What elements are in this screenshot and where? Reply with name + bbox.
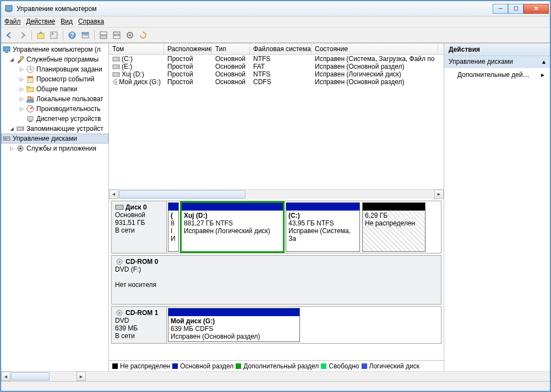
partition[interactable]: 6,29 ГБНе распределен bbox=[362, 202, 425, 252]
minimize-button[interactable]: ─ bbox=[493, 4, 508, 14]
volume-row[interactable]: (E:)ПростойОсновнойFATИсправен (Основной… bbox=[109, 63, 444, 70]
menu-help[interactable]: Справка bbox=[78, 18, 104, 26]
tree-scheduler[interactable]: ▷ Планировщик задани bbox=[1, 64, 108, 74]
partition[interactable]: Xuj (D:)881,27 ГБ NTFSИсправен (Логическ… bbox=[180, 201, 285, 253]
view-icon[interactable] bbox=[79, 29, 91, 41]
back-button[interactable] bbox=[3, 29, 15, 41]
tree-shares[interactable]: ▷ Общие папки bbox=[1, 84, 108, 94]
svg-rect-22 bbox=[27, 86, 30, 88]
svg-rect-9 bbox=[100, 32, 107, 35]
actions-more[interactable]: Дополнительные дей… ▸ bbox=[444, 68, 550, 82]
col-layout[interactable]: Расположение bbox=[164, 43, 212, 54]
volume-row[interactable]: Xuj (D:)ПростойОсновнойNTFSИсправен (Лог… bbox=[109, 70, 444, 78]
volume-row[interactable]: Мой диск (G:)ПростойОсновнойCDFSИсправен… bbox=[109, 78, 444, 86]
svg-point-14 bbox=[129, 34, 131, 36]
svg-point-17 bbox=[20, 56, 24, 59]
chevron-right-icon: ▸ bbox=[541, 71, 544, 79]
close-button[interactable]: ✕ bbox=[523, 4, 549, 14]
tree-sys-tools[interactable]: ◢ Служебные программы bbox=[1, 54, 108, 64]
list-top-icon[interactable] bbox=[97, 29, 110, 41]
disk-icon bbox=[2, 134, 11, 143]
svg-rect-11 bbox=[113, 32, 120, 35]
expand-icon[interactable]: ▷ bbox=[19, 86, 25, 92]
collapse-icon[interactable]: ◢ bbox=[9, 126, 15, 131]
expand-icon[interactable]: ▷ bbox=[19, 67, 25, 72]
expand-icon[interactable]: ▷ bbox=[19, 106, 25, 112]
disk-row[interactable]: CD-ROM 0 DVD (F:) Нет носителя bbox=[111, 255, 441, 305]
tools-icon bbox=[16, 55, 25, 64]
forward-button[interactable] bbox=[17, 29, 29, 41]
svg-point-38 bbox=[117, 67, 118, 68]
svg-rect-37 bbox=[113, 65, 119, 69]
tree-users[interactable]: ▷ Локальные пользоват bbox=[1, 94, 108, 104]
properties-icon[interactable] bbox=[48, 29, 60, 41]
col-volume[interactable]: Том bbox=[109, 43, 164, 54]
settings-icon[interactable] bbox=[124, 29, 136, 41]
col-type[interactable]: Тип bbox=[212, 43, 250, 54]
svg-point-24 bbox=[31, 97, 34, 100]
tree-events[interactable]: ▷ Просмотр событий bbox=[1, 74, 108, 84]
maximize-button[interactable]: ☐ bbox=[508, 4, 523, 14]
volume-list: Том Расположение Тип Файловая система Со… bbox=[109, 43, 444, 199]
expand-icon[interactable]: ▷ bbox=[9, 146, 15, 151]
menu-action[interactable]: Действие bbox=[26, 18, 56, 26]
disk-row[interactable]: CD-ROM 1 DVD 639 МБ В сети Мой диск (G:)… bbox=[111, 306, 441, 344]
tree-perf[interactable]: ▷ Производительность bbox=[1, 104, 108, 114]
col-fs[interactable]: Файловая система bbox=[250, 43, 312, 54]
svg-rect-12 bbox=[113, 36, 120, 38]
menu-file[interactable]: Файл bbox=[4, 18, 21, 26]
collapse-icon[interactable]: ◢ bbox=[9, 57, 15, 62]
horizontal-scrollbar[interactable]: ◄ ► bbox=[109, 189, 444, 198]
svg-rect-32 bbox=[4, 138, 7, 139]
tree-diskmgmt[interactable]: Управление дисками bbox=[1, 134, 108, 143]
disk-layout-pane: Диск 0 Основной 931,51 ГБ В сети (8 IИXu… bbox=[109, 199, 444, 371]
refresh-icon[interactable] bbox=[137, 29, 149, 41]
tree-pane: Управление компьютером (л ◢ Служебные пр… bbox=[1, 43, 109, 371]
list-bottom-icon[interactable] bbox=[111, 29, 123, 41]
users-icon bbox=[26, 95, 35, 103]
computer-icon bbox=[2, 45, 11, 54]
svg-rect-8 bbox=[82, 35, 89, 38]
disk-management-pane: Том Расположение Тип Файловая система Со… bbox=[109, 43, 444, 371]
actions-header: Действия bbox=[444, 43, 550, 56]
up-icon[interactable] bbox=[35, 29, 47, 41]
svg-point-47 bbox=[119, 312, 121, 314]
bottom-scrollbar[interactable]: ◄ ► bbox=[1, 371, 550, 381]
folder-icon bbox=[26, 85, 35, 93]
storage-icon bbox=[16, 124, 25, 133]
svg-rect-2 bbox=[37, 34, 44, 38]
svg-rect-43 bbox=[116, 205, 123, 209]
help-icon[interactable]: ? bbox=[66, 29, 78, 41]
partition[interactable]: Мой диск (G:) 639 МБ CDFS Исправен (Осно… bbox=[168, 308, 300, 342]
tree-services[interactable]: ▷ Службы и приложения bbox=[1, 143, 108, 153]
actions-section[interactable]: Управление дисками ▴ bbox=[444, 56, 550, 68]
col-status[interactable]: Состояние bbox=[312, 43, 438, 54]
svg-rect-1 bbox=[7, 11, 11, 12]
window-title: Управление компьютером bbox=[17, 5, 96, 13]
app-icon bbox=[4, 4, 13, 13]
content-area: Управление компьютером (л ◢ Служебные пр… bbox=[1, 43, 550, 371]
svg-rect-28 bbox=[29, 121, 32, 122]
partition[interactable]: (8 IИ bbox=[168, 202, 179, 252]
partition[interactable]: (C:)43,95 ГБ NTFSИсправен (Система, За bbox=[286, 202, 360, 252]
menu-view[interactable]: Вид bbox=[61, 18, 73, 26]
svg-rect-15 bbox=[3, 47, 10, 51]
expand-icon[interactable]: ▷ bbox=[19, 76, 25, 82]
services-icon bbox=[16, 144, 25, 153]
clock-icon bbox=[26, 65, 35, 74]
expand-icon[interactable]: ▷ bbox=[19, 96, 25, 102]
tree-storage[interactable]: ◢ Запоминающие устройст bbox=[1, 124, 108, 134]
svg-point-40 bbox=[117, 74, 118, 75]
toolbar: ? bbox=[1, 27, 550, 43]
legend: Не распределен Основной раздел Дополните… bbox=[109, 360, 444, 371]
tree-root[interactable]: Управление компьютером (л bbox=[1, 45, 108, 54]
actions-pane: Действия Управление дисками ▴ Дополнител… bbox=[444, 43, 550, 371]
disk-row[interactable]: Диск 0 Основной 931,51 ГБ В сети (8 IИXu… bbox=[111, 201, 441, 253]
statusbar bbox=[1, 381, 550, 391]
svg-rect-7 bbox=[82, 32, 89, 34]
svg-point-30 bbox=[22, 128, 23, 129]
volume-row[interactable]: (C:)ПростойОсновнойNTFSИсправен (Система… bbox=[109, 55, 444, 63]
tree-devices[interactable]: Диспетчер устройств bbox=[1, 114, 108, 124]
event-icon bbox=[26, 75, 35, 84]
column-headers: Том Расположение Тип Файловая система Со… bbox=[109, 43, 444, 55]
